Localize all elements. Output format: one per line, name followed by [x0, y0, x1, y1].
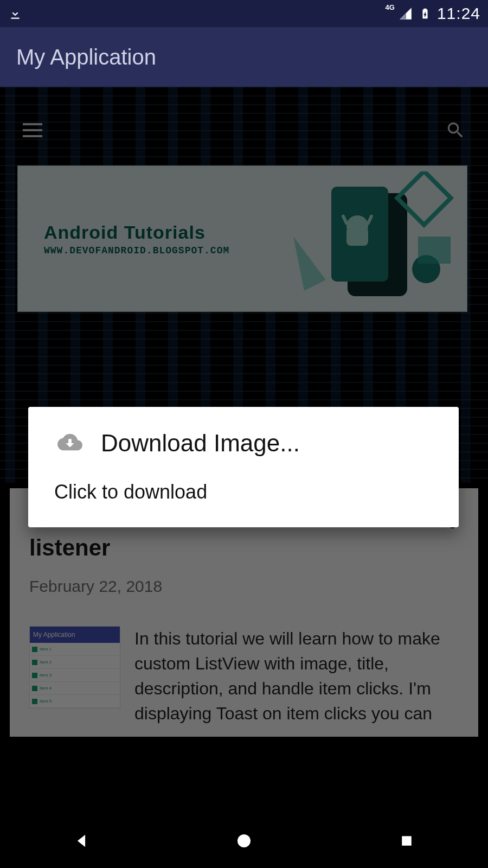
thumbnail-list-item: Item 1 — [30, 643, 120, 656]
blog-toolbar — [0, 103, 488, 157]
search-icon[interactable] — [445, 119, 466, 141]
post-thumbnail: My Application Item 1Item 2Item 3Item 4I… — [29, 626, 120, 709]
status-bar: 4G 11:24 — [0, 0, 488, 27]
svg-marker-9 — [293, 237, 326, 291]
download-dialog[interactable]: Download Image... Click to download — [28, 407, 459, 527]
network-type-badge: 4G — [386, 3, 395, 11]
post-excerpt: In this tutorial we will learn how to ma… — [134, 626, 459, 726]
download-indicator-icon — [8, 6, 23, 21]
svg-rect-8 — [418, 237, 451, 264]
cellular-signal-icon — [398, 6, 413, 21]
clock: 11:24 — [437, 4, 480, 23]
post-date: February 22, 2018 — [29, 577, 459, 596]
web-content: Android Tutorials WWW.DEVOFANDROID.BLOGS… — [0, 87, 488, 814]
thumbnail-header: My Application — [30, 627, 120, 643]
menu-icon[interactable] — [22, 119, 43, 141]
home-button[interactable] — [232, 829, 256, 853]
back-button[interactable] — [69, 829, 93, 853]
app-bar: My Application — [0, 27, 488, 87]
cloud-download-icon — [54, 430, 86, 457]
svg-rect-11 — [402, 836, 412, 846]
recents-button[interactable] — [395, 829, 419, 853]
navigation-bar — [0, 814, 488, 868]
svg-point-10 — [237, 834, 251, 847]
dialog-title: Download Image... — [101, 430, 300, 457]
thumbnail-list-item: Item 2 — [30, 656, 120, 669]
svg-rect-3 — [346, 227, 368, 246]
banner-illustration — [282, 171, 456, 306]
battery-charging-icon — [418, 6, 433, 21]
thumbnail-list-item: Item 3 — [30, 669, 120, 682]
blog-banner[interactable]: Android Tutorials WWW.DEVOFANDROID.BLOGS… — [17, 165, 467, 312]
app-title: My Application — [16, 45, 156, 69]
thumbnail-list-item: Item 4 — [30, 682, 120, 695]
thumbnail-list-item: Item 5 — [30, 695, 120, 708]
dialog-subtitle[interactable]: Click to download — [54, 481, 433, 503]
banner-title: Android Tutorials — [44, 222, 229, 243]
banner-subtitle: WWW.DEVOFANDROID.BLOGSPOT.COM — [44, 245, 229, 256]
